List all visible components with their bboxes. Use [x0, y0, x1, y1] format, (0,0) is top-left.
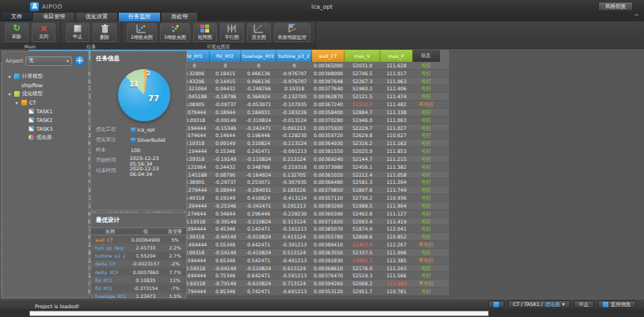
tab-任务监控[interactable]: 任务监控 [119, 13, 160, 21]
cell-value: 111.904 [380, 202, 413, 209]
cell-value: 0.642471 [241, 272, 276, 279]
column-header-max_P[interactable]: max_P [380, 50, 413, 62]
tree-item-TASK2[interactable]: TASK2 [4, 116, 86, 124]
cell-value: 0.00394260 [312, 280, 345, 287]
column-header-fld_RY2[interactable]: fld_RY2 [210, 50, 241, 62]
theme-switch-button[interactable]: 风格切换 [598, 2, 633, 11]
tree-item-label: TASK2 [36, 117, 52, 124]
info-label: 开始时间 [96, 157, 130, 164]
ribbon-button-平行图[interactable]: 平行图 [220, 23, 244, 42]
tree-expand-icon[interactable]: ▾ [7, 91, 12, 97]
cell-value: 111.628 [380, 62, 413, 69]
cell-value: 0.85346 [210, 288, 241, 295]
info-value-text: lca_opt [137, 127, 155, 132]
abort-button[interactable]: 中止 [574, 300, 594, 308]
ribbon-button-2维散点图[interactable]: 2维散点图 [127, 23, 157, 42]
tree-item-shipflow[interactable]: shipflow [4, 81, 86, 90]
ribbon-button-中止[interactable]: 中止 [66, 23, 90, 42]
cell-value: 0.00355780 [312, 233, 345, 240]
cell-value: 0.00367240 [312, 101, 345, 108]
cell-value: 0.75346 [210, 272, 241, 279]
tree-item-label: CT [29, 100, 36, 106]
cell-value: 52730.2 [345, 194, 380, 201]
tree-item-TASK3[interactable]: TASK3 [4, 124, 86, 133]
cell-value: -0.307935 [276, 178, 312, 185]
best-design-table: 名称值改变量wall_CT0.003649005%hull_yp_deg2.41… [91, 227, 186, 308]
ribbon-button-关闭[interactable]: ×关闭 [32, 23, 55, 42]
cell-value: 0.364924 [241, 93, 276, 100]
ribbon-button-历史图[interactable]: 历史图 [247, 23, 271, 42]
parallel-icon [227, 24, 237, 33]
ribbon-button-label: 删除 [100, 34, 109, 41]
column-header-wall_CT[interactable]: wall_CT [312, 50, 345, 62]
cell-value: 111.566 [380, 272, 413, 279]
tab-项目管理[interactable]: 项目管理 [33, 13, 74, 21]
filter-icon-button[interactable] [488, 300, 505, 308]
info-value: 2020-12-23 05:56:34 [130, 155, 181, 166]
best-design-value: 0.0057860 [128, 269, 164, 275]
cell-value: 0.00363550 [312, 249, 345, 256]
cell-status: 可行 [413, 186, 440, 193]
pie-label-running: 11 [129, 80, 139, 88]
cell-value: 0.00366480 [312, 178, 345, 185]
cell-value: 0.24432 [210, 163, 241, 170]
cell-value: 52176.0 [345, 265, 380, 272]
cell-value: 112.406 [380, 85, 413, 92]
tree-item-计算模型[interactable]: ▾计算模型 [4, 72, 86, 81]
cell-value: 52144.7 [345, 155, 380, 162]
tree-item-优化器[interactable]: 优化器 [4, 133, 86, 142]
cell-value: 111.063 [380, 116, 413, 124]
cell-value: -0.107935 [276, 101, 312, 108]
tree-filter-dropdown[interactable]: 无 ▾ [25, 56, 72, 66]
close-icon: × [40, 25, 48, 32]
best-design-header-row: 名称值改变量 [91, 227, 186, 235]
cell-value: 0.410824 [241, 194, 276, 201]
scope-value: 优化器 [545, 301, 560, 307]
add-button[interactable]: + [74, 55, 85, 66]
cell-value: -0.110824 [241, 155, 276, 162]
column-header-turbine_p3_2[interactable]: turbine_p3_2 [276, 50, 312, 62]
ribbon-button-收敛性能监控[interactable]: 收敛性能监控 [274, 23, 311, 42]
cell-value: 111.127 [380, 210, 413, 217]
cell-value: 112.385 [380, 257, 413, 264]
ribbon-button-3维散点图[interactable]: 3维散点图 [160, 23, 190, 42]
best-design-name: fld_RY2 [93, 285, 128, 291]
ribbon-button-矩阵图[interactable]: 矩阵图 [193, 23, 217, 42]
cell-value: 0.08796 [210, 171, 241, 178]
cell-value: 0.00364930 [312, 139, 345, 147]
task-icon [29, 117, 34, 123]
column-header-max_V[interactable]: max_V [345, 50, 380, 62]
ribbon-collapse-icon[interactable]: ^ [634, 13, 639, 21]
best-design-row: delta_XCP0.00578607.7% [91, 268, 186, 276]
tree-item-CT[interactable]: ▾CT [4, 98, 86, 107]
cell-value: 52746.5 [345, 70, 380, 77]
tree-item-TASK1[interactable]: TASK1 [4, 107, 86, 116]
history-icon [253, 24, 264, 33]
cell-value: 0.65346 [210, 257, 241, 264]
cell-status: 可行 [413, 233, 440, 240]
tree-item-优化模型[interactable]: ▾优化模型 [4, 90, 86, 98]
tab-优化设置[interactable]: 优化设置 [76, 13, 117, 21]
cell-value: 112.267 [380, 241, 413, 248]
scope-dropdown[interactable]: CT / TASK1 / 优化器 ▾ [508, 300, 570, 308]
cell-value: 0.00357110 [312, 194, 345, 201]
tree-expand-icon[interactable]: ▾ [7, 74, 12, 79]
ribbon-button-删除[interactable]: 删除 [93, 23, 116, 42]
column-header-状态[interactable]: 状态 [413, 50, 440, 62]
monitor-info-button[interactable]: 监控信息 [597, 300, 636, 308]
chevron-down-icon: ▾ [562, 301, 565, 307]
ribbon-button-label: 关闭 [39, 33, 48, 40]
cell-status: 可行 [413, 155, 440, 162]
ribbon-button-label: 刷新 [12, 33, 21, 40]
cell-value: 0.00362870 [312, 93, 345, 100]
cell-value: 52519.3 [345, 272, 380, 279]
ribbon-button-刷新[interactable]: ↻刷新 [5, 23, 29, 42]
tab-文件[interactable]: 文件 [2, 13, 32, 21]
info-row-结束时间: 结束时间2020-12-23 06:04:34 [91, 166, 186, 176]
bottom-toolbar: CT / TASK1 / 优化器 ▾ 中止 监控信息 [0, 300, 644, 309]
column-header-fuselage_RY2[interactable]: fuselage_RY2 [241, 50, 276, 62]
tab-后处理[interactable]: 后处理 [162, 13, 197, 21]
cell-value: 52316.2 [345, 139, 380, 147]
tree-item-label: 优化器 [36, 134, 52, 141]
tree-expand-icon[interactable]: ▾ [14, 100, 19, 105]
